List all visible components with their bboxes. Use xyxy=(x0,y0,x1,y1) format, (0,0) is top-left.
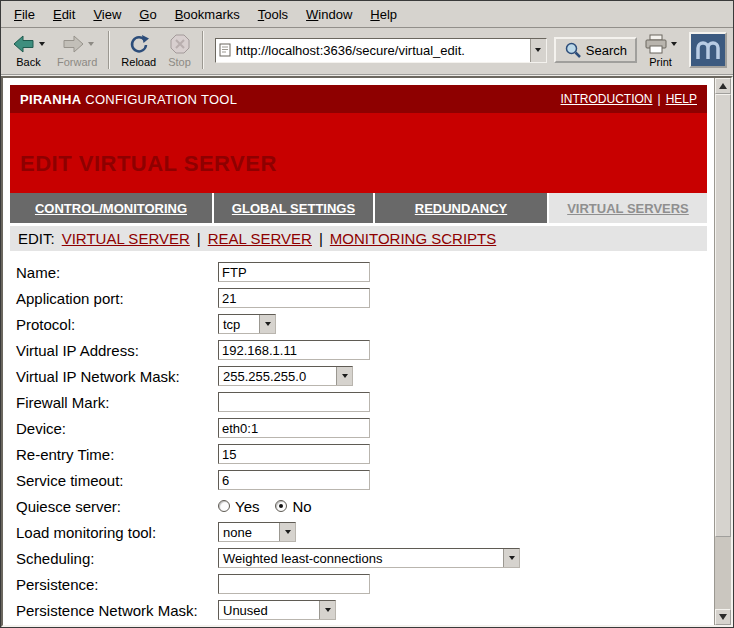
name-input[interactable] xyxy=(218,262,370,282)
field-label: Protocol: xyxy=(16,316,218,333)
scrollbar-track[interactable] xyxy=(715,94,731,609)
form-row-quiesce-server: Quiesce server: Yes No xyxy=(10,493,707,519)
stop-button[interactable]: Stop xyxy=(163,32,196,69)
menu-window[interactable]: Window xyxy=(297,3,361,26)
persistence-netmask-select[interactable]: Unused xyxy=(218,600,336,620)
field-label: Application port: xyxy=(16,290,218,307)
print-button[interactable]: Print xyxy=(639,32,682,69)
down-arrow-icon xyxy=(719,614,727,620)
header-link-separator: | xyxy=(658,92,661,106)
up-arrow-icon xyxy=(719,83,727,89)
print-dropdown-icon[interactable] xyxy=(671,42,677,46)
subnav-monitoring-scripts-link[interactable]: MONITORING SCRIPTS xyxy=(330,230,496,247)
mozilla-m-icon xyxy=(693,37,723,63)
form-row-load-monitoring: Load monitoring tool: none xyxy=(10,519,707,545)
field-label: Virtual IP Network Mask: xyxy=(16,368,218,385)
forward-arrow-icon xyxy=(61,34,85,54)
field-label: Firewall Mark: xyxy=(16,394,218,411)
print-label: Print xyxy=(649,56,672,68)
menu-bookmarks[interactable]: Bookmarks xyxy=(166,3,249,26)
menu-bar: File Edit View Go Bookmarks Tools Window… xyxy=(1,1,733,28)
field-label: Scheduling: xyxy=(16,550,218,567)
url-bar xyxy=(215,38,547,63)
scroll-down-button[interactable] xyxy=(715,609,731,625)
header-links: INTRODUCTION | HELP xyxy=(561,92,697,106)
forward-button[interactable]: Forward xyxy=(52,32,102,69)
stop-label: Stop xyxy=(168,56,191,68)
menu-go[interactable]: Go xyxy=(130,3,165,26)
browser-window: File Edit View Go Bookmarks Tools Window… xyxy=(0,0,734,628)
radio-label: No xyxy=(292,498,311,515)
persistence-input[interactable] xyxy=(218,574,370,594)
tab-virtual-servers[interactable]: VIRTUAL SERVERS xyxy=(549,193,707,223)
subnav-virtual-server-link[interactable]: VIRTUAL SERVER xyxy=(62,230,190,247)
device-input[interactable] xyxy=(218,418,370,438)
app-title-rest: CONFIGURATION TOOL xyxy=(81,92,237,107)
url-input[interactable] xyxy=(233,43,530,58)
form-row-virtual-ip: Virtual IP Address: xyxy=(10,337,707,363)
menu-help[interactable]: Help xyxy=(361,3,406,26)
back-dropdown-icon[interactable] xyxy=(39,42,45,46)
virtual-server-form: Name: Application port: Protocol: tcp Vi… xyxy=(10,251,707,623)
reentry-time-input[interactable] xyxy=(218,444,370,464)
menu-view[interactable]: View xyxy=(84,3,130,26)
tab-global-settings[interactable]: GLOBAL SETTINGS xyxy=(214,193,375,223)
service-timeout-input[interactable] xyxy=(218,470,370,490)
reload-button[interactable]: Reload xyxy=(116,32,161,69)
field-label: Service timeout: xyxy=(16,472,218,489)
help-link[interactable]: HELP xyxy=(666,92,697,106)
menu-tools[interactable]: Tools xyxy=(249,3,297,26)
stop-icon xyxy=(170,34,190,54)
forward-label: Forward xyxy=(57,56,97,68)
back-button[interactable]: Back xyxy=(7,32,50,69)
scroll-up-button[interactable] xyxy=(715,78,731,94)
browser-viewport: PIRANHA CONFIGURATION TOOL INTRODUCTION … xyxy=(1,76,733,627)
piranha-page: PIRANHA CONFIGURATION TOOL INTRODUCTION … xyxy=(3,78,714,625)
subnav-prefix: EDIT: xyxy=(18,230,55,247)
virtual-ip-netmask-select[interactable]: 255.255.255.0 xyxy=(218,366,353,386)
field-label: Persistence Network Mask: xyxy=(16,602,218,619)
vertical-scrollbar[interactable] xyxy=(714,78,731,625)
quiesce-no-radio[interactable]: No xyxy=(275,498,311,515)
form-row-protocol: Protocol: tcp xyxy=(10,311,707,337)
back-arrow-icon xyxy=(12,34,36,54)
search-button[interactable]: Search xyxy=(554,37,637,63)
form-row-persistence: Persistence: xyxy=(10,571,707,597)
subnav-real-server-link[interactable]: REAL SERVER xyxy=(208,230,312,247)
page-title: EDIT VIRTUAL SERVER xyxy=(20,151,277,177)
chevron-down-icon xyxy=(319,601,335,619)
application-port-input[interactable] xyxy=(218,288,370,308)
page-banner: EDIT VIRTUAL SERVER xyxy=(10,113,707,193)
introduction-link[interactable]: INTRODUCTION xyxy=(561,92,653,106)
field-label: Re-entry Time: xyxy=(16,446,218,463)
scheduling-select[interactable]: Weighted least-connections xyxy=(218,548,520,568)
scrollbar-thumb[interactable] xyxy=(715,94,731,537)
toolbar-separator xyxy=(202,31,204,69)
firewall-mark-input[interactable] xyxy=(218,392,370,412)
form-row-device: Device: xyxy=(10,415,707,441)
tab-control-monitoring[interactable]: CONTROL/MONITORING xyxy=(10,193,214,223)
form-row-name: Name: xyxy=(10,259,707,285)
chevron-down-icon xyxy=(279,523,295,541)
page-icon xyxy=(219,43,231,57)
reload-label: Reload xyxy=(121,56,156,68)
quiesce-yes-radio[interactable]: Yes xyxy=(218,498,259,515)
tab-redundancy[interactable]: REDUNDANCY xyxy=(375,193,549,223)
search-icon xyxy=(564,41,582,59)
mozilla-logo[interactable] xyxy=(689,32,727,68)
back-label: Back xyxy=(16,56,40,68)
field-label: Virtual IP Address: xyxy=(16,342,218,359)
app-title: PIRANHA CONFIGURATION TOOL xyxy=(20,92,237,107)
menu-file[interactable]: File xyxy=(5,3,44,26)
forward-dropdown-icon xyxy=(88,42,94,46)
load-monitoring-select[interactable]: none xyxy=(218,522,296,542)
protocol-select[interactable]: tcp xyxy=(218,314,276,334)
menu-edit[interactable]: Edit xyxy=(44,3,84,26)
virtual-ip-input[interactable] xyxy=(218,340,370,360)
url-dropdown-button[interactable] xyxy=(530,39,546,62)
search-label: Search xyxy=(586,43,627,58)
radio-icon xyxy=(218,500,230,512)
radio-label: Yes xyxy=(235,498,259,515)
subnav-separator: | xyxy=(319,230,323,247)
subnav-bar: EDIT: VIRTUAL SERVER | REAL SERVER | MON… xyxy=(10,223,707,251)
